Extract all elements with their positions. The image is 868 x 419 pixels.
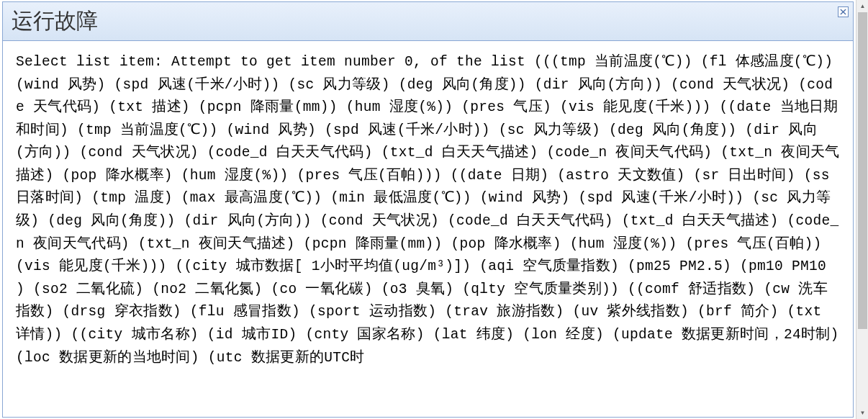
error-message: Select list item: Attempt to get item nu… — [3, 41, 853, 379]
error-dialog: 运行故障 Select list item: Attempt to get it… — [2, 1, 854, 418]
scrollbar-thumb[interactable] — [858, 12, 867, 329]
dialog-title: 运行故障 — [12, 6, 98, 36]
scrollbar-vertical[interactable]: ▲ ▼ — [856, 0, 868, 419]
scrollbar-arrow-down-icon[interactable]: ▼ — [856, 407, 868, 419]
close-icon — [840, 9, 846, 15]
dialog-header: 运行故障 — [3, 2, 853, 41]
scrollbar-arrow-up-icon[interactable]: ▲ — [856, 0, 868, 12]
close-button[interactable] — [838, 6, 849, 17]
